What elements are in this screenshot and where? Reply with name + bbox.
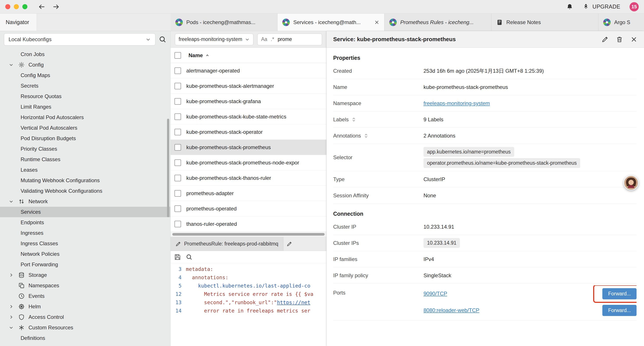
forward-arrow-icon[interactable] [51,2,61,11]
row-checkbox[interactable] [174,190,181,197]
dock-tab-next-partial[interactable] [284,237,326,251]
row-checkbox[interactable] [174,221,181,227]
row-checkbox[interactable] [174,144,181,151]
row-checkbox[interactable] [174,113,181,120]
minimize-window-button[interactable] [14,4,19,9]
sidebar-item-port-forwarding[interactable]: Port Forwarding [0,259,170,270]
chevron-right-icon[interactable] [9,304,18,309]
sidebar-item-validating-webhook-configurations[interactable]: Validating Webhook Configurations [0,186,170,196]
sidebar-item-access-control[interactable]: Access Control [0,312,170,322]
sidebar-item-resource-quotas[interactable]: Resource Quotas [0,91,170,102]
sidebar-item-priority-classes[interactable]: Priority Classes [0,144,170,154]
port-link[interactable]: 8080:reloader-web/TCP [424,307,480,313]
sidebar-item-namespaces[interactable]: Namespaces [0,280,170,291]
tab-pods-icecheng-mathmas[interactable]: Pods - icecheng@mathmas... [170,13,278,31]
camera-avatar[interactable] [624,175,638,190]
sidebar-search-icon[interactable] [159,36,166,43]
sidebar-item-leases[interactable]: Leases [0,165,170,175]
table-row[interactable]: prometheus-adapter [170,186,326,201]
table-row[interactable]: kube-prometheus-stack-alertmanager [170,78,326,94]
detail-header: Service: kube-prometheus-stack-prometheu… [326,31,644,48]
save-icon[interactable] [174,254,181,261]
table-row[interactable]: alertmanager-operated [170,63,326,78]
row-checkbox[interactable] [174,205,181,212]
sidebar-item-runtime-classes[interactable]: Runtime Classes [0,154,170,165]
table-row[interactable]: kube-prometheus-stack-prometheus-node-ex… [170,155,326,170]
row-checkbox[interactable] [174,67,181,74]
sort-toggle-icon[interactable] [351,117,356,122]
namespace-link[interactable]: freeleaps-monitoring-system [424,100,490,106]
table-row[interactable]: kube-prometheus-stack-grafana [170,94,326,109]
sort-toggle-icon[interactable] [364,133,368,138]
zoom-window-button[interactable] [22,4,28,9]
detail-row-selector: Selectorapp.kubernetes.io/name=prometheu… [333,144,636,171]
notification-count-badge[interactable]: 15 [630,2,639,11]
notifications-bell-icon[interactable] [566,3,573,10]
sidebar-item-config[interactable]: Config [0,59,170,70]
chevron-down-icon[interactable] [9,62,18,67]
tab-prometheus-rules-icecheng[interactable]: Prometheus Rules - icecheng... [384,13,492,31]
sidebar-item-horizontal-pod-autoscalers[interactable]: Horizontal Pod Autoscalers [0,112,170,123]
tab-services-icecheng-math[interactable]: Services - icecheng@math... [278,13,384,31]
sidebar-item-events[interactable]: Events [0,291,170,301]
kubeconfig-select[interactable]: Local Kubeconfigs [4,33,156,45]
close-icon[interactable] [630,36,638,43]
sort-ascending-icon[interactable] [205,53,210,58]
tab-close-icon[interactable] [374,20,380,25]
row-checkbox[interactable] [174,129,181,135]
sidebar-item-secrets[interactable]: Secrets [0,81,170,91]
row-checkbox[interactable] [174,175,181,181]
back-arrow-icon[interactable] [37,2,47,11]
sidebar-item-limit-ranges[interactable]: Limit Ranges [0,102,170,112]
row-checkbox[interactable] [174,83,181,89]
upgrade-button[interactable]: UPGRADE [582,3,620,10]
table-row[interactable]: kube-prometheus-stack-operator [170,124,326,140]
editor-search-icon[interactable] [186,254,192,260]
storage-icon [18,272,28,278]
chevron-down-icon[interactable] [9,199,18,204]
table-row[interactable]: kube-prometheus-stack-thanos-ruler [170,170,326,186]
port-link[interactable]: 9090/TCP [424,291,447,297]
sidebar-item-vertical-pod-autoscalers[interactable]: Vertical Pod Autoscalers [0,123,170,133]
delete-trash-icon[interactable] [616,36,623,43]
tab-argo-s[interactable]: Argo S [598,13,644,31]
tab-release-notes[interactable]: Release Notes [492,13,598,31]
table-row[interactable]: prometheus-operated [170,201,326,216]
sidebar-item-network[interactable]: Network [0,196,170,207]
row-checkbox[interactable] [174,98,181,105]
name-filter-input[interactable]: Aa .* prome [257,33,322,45]
sidebar-item-custom-resources[interactable]: Custom Resources [0,322,170,333]
horizontal-scrollbar[interactable] [170,232,326,237]
match-case-toggle[interactable]: Aa [261,36,267,42]
sidebar-item-cron-jobs[interactable]: Cron Jobs [0,49,170,59]
dock-tab-prometheusrule[interactable]: PrometheusRule: freeleaps-prod-rabbitmq [170,237,284,251]
yaml-editor[interactable]: 3metadata:4 annotations:5 kubectl.kubern… [170,263,326,346]
row-checkbox[interactable] [174,159,181,166]
sidebar-item-config-maps[interactable]: Config Maps [0,70,170,81]
chevron-right-icon[interactable] [9,315,18,320]
table-row[interactable]: kube-prometheus-stack-kube-state-metrics [170,109,326,124]
sidebar-item-storage[interactable]: Storage [0,270,170,280]
sidebar-item-mutating-webhook-configurations[interactable]: Mutating Webhook Configurations [0,175,170,186]
sidebar-item-pod-disruption-budgets[interactable]: Pod Disruption Budgets [0,133,170,144]
table-row[interactable]: kube-prometheus-stack-prometheus [170,140,326,155]
forward-button[interactable]: Forward... [602,288,636,299]
close-window-button[interactable] [5,4,10,9]
table-row[interactable]: thanos-ruler-operated [170,216,326,232]
forward-button[interactable]: Forward... [602,305,636,316]
regex-toggle[interactable]: .* [271,36,274,42]
sidebar-item-definitions[interactable]: Definitions [0,333,170,343]
sidebar-item-services[interactable]: Services [0,207,170,217]
namespace-select[interactable]: freeleaps-monitoring-system [175,33,254,45]
sidebar-item-helm[interactable]: Helm [0,301,170,312]
sidebar-item-ingress-classes[interactable]: Ingress Classes [0,238,170,249]
select-all-checkbox[interactable] [174,52,181,59]
sidebar-item-network-policies[interactable]: Network Policies [0,249,170,259]
sidebar-item-endpoints[interactable]: Endpoints [0,217,170,228]
chevron-down-icon[interactable] [9,325,18,330]
edit-pencil-icon[interactable] [602,36,608,43]
chevron-right-icon[interactable] [9,273,18,278]
sidebar-item-ingresses[interactable]: Ingresses [0,228,170,238]
sidebar-scrollbar[interactable] [167,119,169,217]
name-column-header[interactable]: Name [188,52,203,58]
